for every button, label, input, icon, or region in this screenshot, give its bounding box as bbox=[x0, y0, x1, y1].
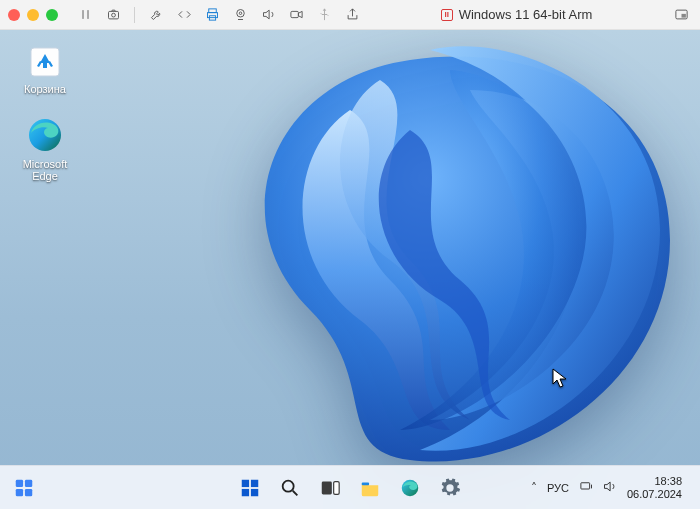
fullscreen-window-button[interactable] bbox=[46, 9, 58, 21]
window-traffic-lights bbox=[8, 9, 58, 21]
svg-rect-23 bbox=[362, 482, 369, 485]
svg-rect-19 bbox=[251, 488, 258, 495]
taskbar-center bbox=[232, 470, 468, 506]
sound-icon[interactable] bbox=[257, 4, 279, 26]
picture-in-picture-icon[interactable] bbox=[670, 4, 692, 26]
start-button[interactable] bbox=[232, 470, 268, 506]
svg-rect-22 bbox=[334, 481, 340, 494]
share-icon[interactable] bbox=[341, 4, 363, 26]
mouse-cursor-icon bbox=[552, 368, 568, 392]
vm-title-text: Windows 11 64-bit Arm bbox=[459, 7, 593, 22]
video-icon[interactable] bbox=[285, 4, 307, 26]
webcam-icon[interactable] bbox=[229, 4, 251, 26]
edge-desktop-icon[interactable]: Microsoft Edge bbox=[10, 115, 80, 182]
search-button[interactable] bbox=[272, 470, 308, 506]
svg-rect-9 bbox=[681, 14, 685, 18]
svg-rect-21 bbox=[322, 481, 332, 494]
recycle-bin-glyph-icon bbox=[25, 40, 65, 80]
svg-rect-2 bbox=[208, 9, 216, 13]
print-icon[interactable] bbox=[201, 4, 223, 26]
edge-taskbar-button[interactable] bbox=[392, 470, 428, 506]
toolbar-separator bbox=[134, 7, 135, 23]
svg-rect-17 bbox=[251, 479, 258, 486]
parallels-badge-icon: II bbox=[441, 9, 453, 21]
volume-icon[interactable] bbox=[602, 479, 617, 496]
minimize-window-button[interactable] bbox=[27, 9, 39, 21]
code-icon[interactable] bbox=[173, 4, 195, 26]
svg-rect-14 bbox=[16, 488, 23, 495]
settings-button[interactable] bbox=[432, 470, 468, 506]
taskbar: ˄ РУС 18:38 06.07.2024 bbox=[0, 465, 700, 509]
snapshot-icon[interactable] bbox=[102, 4, 124, 26]
svg-point-6 bbox=[239, 12, 242, 15]
svg-rect-12 bbox=[16, 479, 23, 486]
svg-point-1 bbox=[111, 13, 115, 17]
edge-label: Microsoft Edge bbox=[10, 158, 80, 182]
svg-rect-7 bbox=[290, 11, 298, 17]
host-toolbar: II Windows 11 64-bit Arm bbox=[0, 0, 700, 30]
svg-point-20 bbox=[283, 480, 294, 491]
close-window-button[interactable] bbox=[8, 9, 20, 21]
clock[interactable]: 18:38 06.07.2024 bbox=[627, 475, 682, 499]
tray-overflow-button[interactable]: ˄ bbox=[531, 481, 537, 495]
task-view-button[interactable] bbox=[312, 470, 348, 506]
svg-point-5 bbox=[236, 10, 244, 18]
pause-vm-icon[interactable] bbox=[74, 4, 96, 26]
desktop-wallpaper bbox=[150, 30, 690, 490]
edge-glyph-icon bbox=[25, 115, 65, 155]
svg-rect-18 bbox=[242, 488, 249, 495]
svg-rect-16 bbox=[242, 479, 249, 486]
network-icon[interactable] bbox=[579, 479, 594, 496]
vm-screen: Корзина Microsoft Edge bbox=[0, 30, 700, 509]
language-indicator[interactable]: РУС bbox=[547, 482, 569, 494]
svg-rect-13 bbox=[25, 479, 32, 486]
usb-icon[interactable] bbox=[313, 4, 335, 26]
tools-icon[interactable] bbox=[145, 4, 167, 26]
system-tray: ˄ РУС 18:38 06.07.2024 bbox=[531, 475, 692, 499]
widgets-button[interactable] bbox=[6, 470, 42, 506]
svg-rect-25 bbox=[581, 483, 590, 489]
svg-rect-15 bbox=[25, 488, 32, 495]
file-explorer-button[interactable] bbox=[352, 470, 388, 506]
recycle-bin-icon[interactable]: Корзина bbox=[10, 40, 80, 95]
recycle-bin-label: Корзина bbox=[24, 83, 66, 95]
svg-rect-0 bbox=[108, 11, 118, 19]
desktop-icons: Корзина Microsoft Edge bbox=[10, 40, 80, 182]
clock-date: 06.07.2024 bbox=[627, 488, 682, 500]
vm-title: II Windows 11 64-bit Arm bbox=[369, 7, 664, 22]
clock-time: 18:38 bbox=[654, 475, 682, 487]
